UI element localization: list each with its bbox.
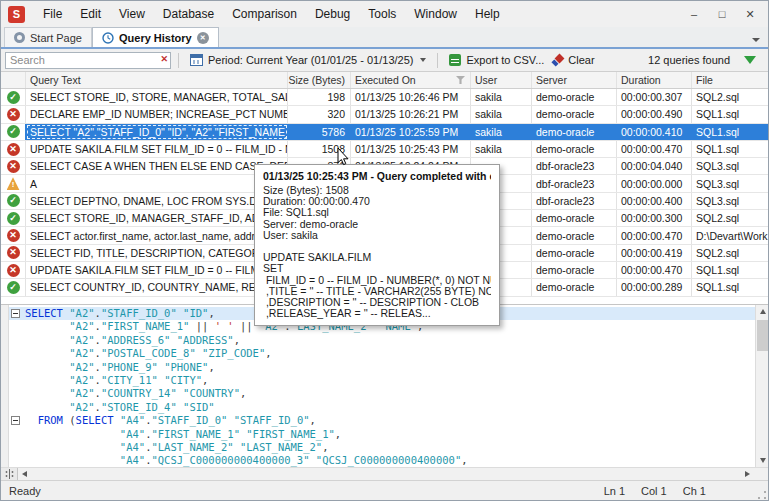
header-file[interactable]: File: [692, 72, 768, 88]
query-count-label: 12 queries found: [648, 54, 730, 66]
sql-editor-pane[interactable]: SELECT "A2"."STAFF_ID_0" "ID", "A2"."FIR…: [1, 304, 768, 467]
cell-size: 5786: [288, 124, 351, 140]
cell-server: demo-oracle: [532, 141, 617, 157]
cell-status: ✓: [1, 89, 26, 105]
menu-help[interactable]: Help: [466, 1, 509, 27]
cell-file: SQL2.sql: [692, 210, 768, 226]
menu-comparison[interactable]: Comparison: [223, 1, 306, 27]
tooltip-line: File: SQL1.sql: [263, 207, 491, 218]
search-input[interactable]: [5, 52, 171, 69]
table-row[interactable]: ✓SELECT STORE_ID, STORE, MANAGER, TOTAL_…: [1, 89, 768, 106]
status-message: Ready: [1, 485, 41, 497]
header-duration[interactable]: Duration: [617, 72, 692, 88]
cell-user: sakila: [471, 124, 532, 140]
tab-list-dropdown-icon[interactable]: [752, 38, 760, 42]
code-line: "A2"."COUNTRY_14" "COUNTRY",: [1, 387, 755, 400]
cell-duration: 00:00:00.470: [617, 262, 692, 278]
menu-tools[interactable]: Tools: [359, 1, 405, 27]
document-tab-strip: Start Page Query History: [1, 27, 768, 49]
menu-debug[interactable]: Debug: [306, 1, 359, 27]
fold-collapse-icon[interactable]: [11, 416, 20, 425]
clear-search-icon[interactable]: ✕: [160, 54, 168, 64]
cell-server: demo-oracle: [532, 262, 617, 278]
maximize-button[interactable]: □: [708, 3, 736, 25]
cell-executed-on: 01/13/25 10:25:59 PM: [351, 124, 471, 140]
splitter-handle-icon[interactable]: [1, 468, 18, 480]
scroll-left-icon[interactable]: [18, 468, 31, 480]
clear-history-button[interactable]: Clear: [548, 50, 598, 70]
mouse-cursor-icon: [337, 148, 349, 166]
scroll-up-icon[interactable]: [756, 305, 769, 318]
vertical-scroll-thumb[interactable]: [757, 320, 768, 351]
menu-edit[interactable]: Edit: [71, 1, 110, 27]
tab-query-history[interactable]: Query History: [92, 27, 219, 47]
menu-window[interactable]: Window: [405, 1, 466, 27]
filter-funnel-icon[interactable]: [744, 56, 756, 64]
cell-duration: 00:00:00.490: [617, 106, 692, 122]
table-row[interactable]: ✕UPDATE SAKILA.FILM SET FILM_ID = 0 -- F…: [1, 141, 768, 158]
header-user[interactable]: User: [471, 72, 532, 88]
header-label: Executed On: [355, 74, 416, 86]
editor-vertical-scrollbar[interactable]: [755, 305, 768, 467]
menu-view[interactable]: View: [110, 1, 154, 27]
ok-status-icon: ✓: [7, 125, 20, 138]
fold-collapse-icon[interactable]: [11, 309, 20, 318]
code-line: "A2"."CITY_11" "CITY",: [1, 374, 755, 387]
code-line: "A4"."LAST_NAME_2" "LAST_NAME_2",: [1, 441, 755, 454]
tab-start-page[interactable]: Start Page: [4, 27, 92, 47]
toolbar-separator: [437, 53, 438, 68]
error-status-icon: ✕: [7, 143, 20, 156]
cell-executed-on: 01/13/25 10:26:46 PM: [351, 89, 471, 105]
grid-header-row: Query Text Size (Bytes) Executed On User…: [1, 72, 768, 89]
table-row[interactable]: ✕DECLARE EMP_ID NUMBER; INCREASE_PCT NUM…: [1, 106, 768, 123]
column-filter-icon[interactable]: [456, 76, 465, 84]
scroll-down-icon[interactable]: [756, 454, 769, 467]
export-to-csv-button[interactable]: Export to CSV...: [445, 50, 548, 70]
tab-label: Query History: [119, 32, 192, 44]
editor-margin: [1, 305, 9, 467]
resize-grip-icon[interactable]: [758, 491, 766, 499]
table-row[interactable]: ✓SELECT "A2"."STAFF_ID_0" "ID", "A2"."FI…: [1, 124, 768, 141]
cell-user: sakila: [471, 141, 532, 157]
status-bar: Ready Ln 1 Col 1 Ch 1: [1, 480, 768, 501]
line-indicator: Ln 1: [604, 485, 625, 497]
cell-server: demo-oracle: [532, 106, 617, 122]
cell-status: ✓: [1, 124, 26, 140]
minimize-button[interactable]: –: [680, 3, 708, 25]
history-clock-icon: [102, 32, 114, 44]
period-filter-button[interactable]: Period: Current Year (01/01/25 - 01/13/2…: [186, 50, 430, 70]
code-line: "A4"."QCSJ_C000000000400000_3" "QCSJ_C00…: [1, 454, 755, 467]
start-page-icon: [14, 32, 25, 43]
cell-query-text: A: [26, 175, 288, 191]
tooltip-line: UPDATE SAKILA.FILM: [263, 252, 491, 263]
cell-server: demo-oracle: [532, 210, 617, 226]
error-status-icon: ✕: [7, 108, 20, 121]
header-query-text[interactable]: Query Text: [26, 72, 288, 88]
cell-duration: 00:00:00.300: [617, 210, 692, 226]
menu-database[interactable]: Database: [154, 1, 223, 27]
cell-server: demo-oracle: [532, 124, 617, 140]
ok-status-icon: ✓: [7, 91, 20, 104]
cell-file: SQL3.sql: [692, 193, 768, 209]
editor-horizontal-scrollbar[interactable]: [1, 467, 768, 480]
cell-duration: 00:00:00.400: [617, 193, 692, 209]
error-status-icon: ✕: [7, 229, 20, 242]
search-box: ✕: [5, 52, 171, 69]
cell-status: ✕: [1, 245, 26, 261]
cell-server: demo-oracle: [532, 89, 617, 105]
scroll-right-icon[interactable]: [741, 468, 754, 480]
tooltip-body: Size (Bytes): 1508Duration: 00:00:00.470…: [263, 185, 491, 319]
header-size[interactable]: Size (Bytes): [288, 72, 351, 88]
cell-file: SQL1.sql: [692, 279, 768, 295]
close-tab-icon[interactable]: [197, 32, 209, 44]
menu-file[interactable]: File: [34, 1, 71, 27]
header-executed-on[interactable]: Executed On: [351, 72, 471, 88]
ok-status-icon: ✓: [7, 281, 20, 294]
sql-code-area[interactable]: SELECT "A2"."STAFF_ID_0" "ID", "A2"."FIR…: [1, 307, 755, 467]
tooltip-line: Server: demo-oracle: [263, 219, 491, 230]
cell-duration: 00:00:00.289: [617, 279, 692, 295]
export-csv-icon: [449, 54, 461, 66]
app-window: S FileEditViewDatabaseComparisonDebugToo…: [0, 0, 769, 501]
header-server[interactable]: Server: [532, 72, 617, 88]
close-button[interactable]: ✕: [736, 3, 764, 25]
